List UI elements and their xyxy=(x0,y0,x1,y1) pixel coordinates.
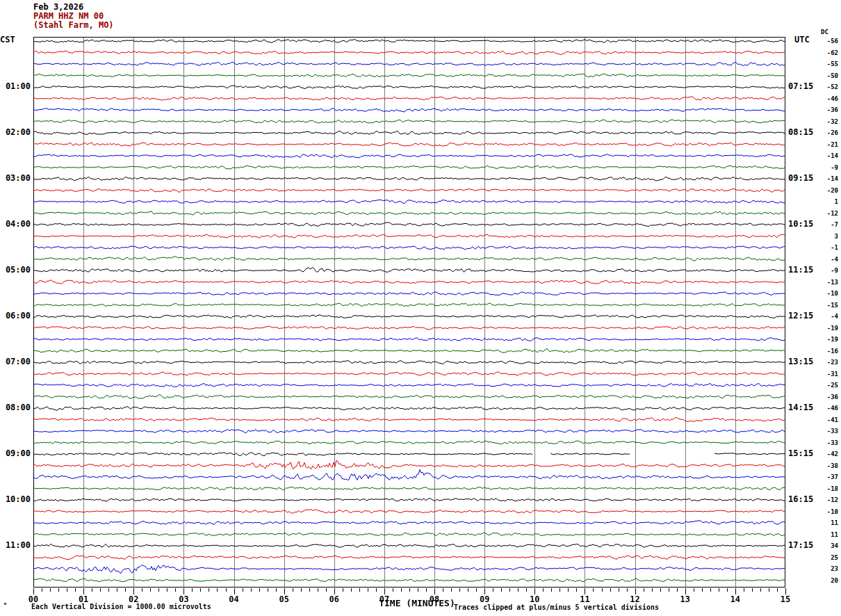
dc-value: -50 xyxy=(815,72,838,79)
cst-hour-label: 01:00 xyxy=(0,81,31,91)
dc-value: -42 xyxy=(815,451,838,457)
right-timezone-label: UTC xyxy=(794,35,810,44)
dc-value: 23 xyxy=(815,565,838,572)
cst-hour-label: 05:00 xyxy=(0,265,31,275)
header-location: (Stahl Farm, MO) xyxy=(33,21,114,30)
dc-value: -4 xyxy=(815,256,838,263)
dc-value: -15 xyxy=(815,302,838,309)
clip-note: Traces clipped at plus/minus 5 vertical … xyxy=(454,603,659,611)
cst-hour-label: 03:00 xyxy=(0,173,31,183)
x-axis-ticks xyxy=(33,588,786,596)
scale-note: Each Vertical Division = 1000.00 microvo… xyxy=(31,603,211,610)
dc-value: -14 xyxy=(815,175,838,182)
dc-value: -19 xyxy=(815,325,838,332)
dc-value: -9 xyxy=(815,267,838,274)
dc-value: -19 xyxy=(815,336,838,343)
cst-hour-label: 08:00 xyxy=(0,403,31,412)
cst-hour-label: 04:00 xyxy=(0,219,31,229)
dc-value: -52 xyxy=(815,83,838,90)
dc-column-label: DC xyxy=(821,29,828,35)
dc-value: -36 xyxy=(815,106,838,113)
cst-hour-label: 07:00 xyxy=(0,357,31,366)
dc-value: -7 xyxy=(815,221,838,228)
dc-value: -56 xyxy=(815,38,838,44)
dc-value: 11 xyxy=(815,531,838,538)
dc-value: -46 xyxy=(815,95,838,102)
dc-value: 3 xyxy=(815,233,838,240)
dc-value: -41 xyxy=(815,416,838,423)
dc-value: -33 xyxy=(815,428,838,435)
dc-value: -4 xyxy=(815,313,838,320)
dc-value: -10 xyxy=(815,290,838,297)
cst-hour-label: 06:00 xyxy=(0,311,31,321)
dc-value: -37 xyxy=(815,473,838,480)
dc-value: -1 xyxy=(815,244,838,251)
dc-value: -38 xyxy=(815,462,838,469)
dc-value: -20 xyxy=(815,187,838,194)
dc-value: -33 xyxy=(815,439,838,446)
helicorder-page: Feb 3,2026 PARM HHZ NM 00 (Stahl Farm, M… xyxy=(0,0,841,616)
dc-value: -25 xyxy=(815,382,838,389)
dc-value: 25 xyxy=(815,554,838,561)
dc-value: -31 xyxy=(815,371,838,378)
dc-value: -16 xyxy=(815,348,838,355)
cst-hour-label: 02:00 xyxy=(0,127,31,137)
dc-value: -62 xyxy=(815,49,838,56)
dc-value: -13 xyxy=(815,279,838,286)
cst-hour-label: 11:00 xyxy=(0,540,31,550)
dc-value: 1 xyxy=(815,198,838,205)
corner-glyph: ₘ xyxy=(3,599,7,606)
cst-hour-label: 10:00 xyxy=(0,494,31,504)
dc-value: -36 xyxy=(815,394,838,400)
dc-value: 34 xyxy=(815,542,838,549)
seismogram-trace-plot xyxy=(33,37,785,587)
dc-value: -18 xyxy=(815,485,838,492)
cst-hour-label: 09:00 xyxy=(0,448,31,458)
dc-value: -12 xyxy=(815,210,838,217)
dc-value: -9 xyxy=(815,164,838,171)
dc-value: 20 xyxy=(815,577,838,584)
dc-value: -21 xyxy=(815,141,838,148)
dc-value: -26 xyxy=(815,129,838,136)
dc-value: -46 xyxy=(815,405,838,412)
dc-value: -32 xyxy=(815,118,838,125)
dc-value: -23 xyxy=(815,359,838,366)
dc-value: -14 xyxy=(815,152,838,159)
left-timezone-label: CST xyxy=(0,35,15,44)
dc-value: -10 xyxy=(815,508,838,515)
dc-value: 11 xyxy=(815,519,838,526)
dc-value: -55 xyxy=(815,60,838,67)
dc-value: -12 xyxy=(815,496,838,503)
